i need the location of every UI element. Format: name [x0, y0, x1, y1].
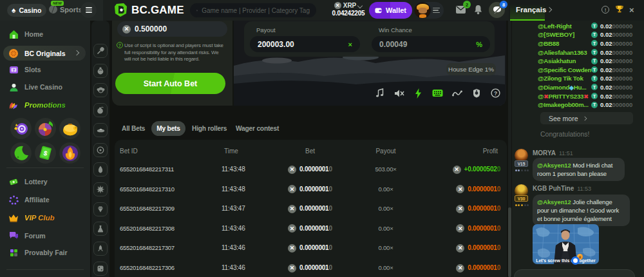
rail-game-ufo-icon[interactable] [93, 123, 108, 137]
time-cell: 11:43:46 [222, 218, 245, 239]
xrp-coin-icon: ✕ [456, 264, 464, 272]
table-row[interactable]: 6552016848221731011:43:48✕0.000000100.00… [115, 179, 507, 200]
chat-message-input[interactable] [514, 269, 635, 277]
menu-button[interactable] [80, 2, 97, 18]
tether-coin-icon: T [591, 102, 598, 108]
profit-cell: ✕+0.00005020 [453, 159, 501, 180]
rain-tip-row[interactable]: @Aliesfahan1363T0.02000000 [512, 48, 644, 57]
sidebar-item-lottery[interactable]: Lottery [0, 175, 90, 189]
message-username[interactable]: KGB PuhTine11:53 [533, 185, 591, 192]
tab-high-rollers[interactable]: High rollers [192, 121, 227, 136]
mention[interactable]: @Aksyen12 [537, 162, 571, 169]
chat-expand-icon[interactable] [547, 7, 552, 12]
sports-toggle[interactable]: NEW Sports [49, 5, 82, 14]
table-row[interactable]: 6552016848221730711:43:46✕0.000000100.00… [115, 238, 507, 258]
vip-level-dots [515, 169, 529, 171]
win-chance-suffix: % [476, 41, 482, 48]
rail-game-bomb-icon[interactable] [93, 103, 108, 117]
sidebar-item-home[interactable]: Home [0, 27, 90, 41]
table-row[interactable]: 6552016848221730811:43:46✕0.000000100.00… [115, 218, 507, 239]
trophy-icon[interactable] [616, 5, 623, 13]
vip-icon [8, 213, 19, 223]
sidebar-divider [6, 167, 84, 168]
bell-icon[interactable] [474, 5, 482, 15]
table-row[interactable]: 6552016848221730611:43:46✕0.000000100.00… [115, 258, 507, 277]
sports-label: Sports [60, 6, 82, 14]
rail-game-spoon-icon[interactable] [93, 44, 108, 58]
table-row[interactable]: 6552016848221731111:43:48✕0.00000010503.… [115, 159, 507, 180]
bc-originals-icon [8, 48, 19, 59]
wallet-button[interactable]: Wallet [369, 2, 412, 19]
reaction-emoji-icon[interactable] [571, 256, 580, 265]
rail-game-gem-icon[interactable] [93, 202, 108, 216]
promo-crescent-moon-icon[interactable] [10, 142, 32, 164]
chat-close-icon[interactable]: × [629, 6, 636, 14]
tab-wager-contest[interactable]: Wager contest [236, 121, 279, 136]
rail-game-monkey-icon[interactable] [93, 83, 108, 97]
start-auto-bet-button[interactable]: Start Auto Bet [115, 73, 225, 94]
promo-spiral-target-icon[interactable] [10, 118, 32, 139]
bet-cell: ✕0.00000010 [288, 258, 332, 277]
promo-fortune-wheel-icon[interactable] [35, 118, 56, 139]
rain-tip-row[interactable]: @Zilong Tik TokT0.02000000 [512, 74, 644, 83]
rail-game-dice-icon[interactable] [93, 262, 108, 276]
mention[interactable]: @Aksyen12 [537, 198, 571, 205]
scrollbar-thumb[interactable] [508, 207, 511, 277]
sidebar-item-label: Provably Fair [24, 249, 68, 256]
lightning-icon[interactable] [413, 88, 424, 99]
keyboard-icon[interactable] [432, 88, 443, 99]
promo-piggy-bank-icon[interactable] [59, 118, 80, 139]
rail-game-grenade-icon[interactable] [93, 64, 108, 78]
message-username[interactable]: MORYA11:51 [533, 149, 573, 157]
chat-language-tab[interactable]: Français [510, 0, 545, 21]
rail-game-mine-icon[interactable] [93, 182, 108, 196]
rain-tip-row[interactable]: @Diamond◆Hu...T0.02000000 [512, 83, 644, 92]
promo-money-tag-icon[interactable]: $ [35, 142, 56, 164]
payout-input[interactable]: 200003.00 × [250, 36, 360, 52]
sidebar-item-slots[interactable]: 7Slots [0, 62, 90, 77]
sidebar-item-promotions[interactable]: Promotions [0, 98, 90, 112]
promo-flame-chick-icon[interactable] [59, 142, 80, 164]
table-row[interactable]: 6552016848221730911:43:47✕0.000000100.00… [115, 198, 507, 219]
rail-game-drop-icon[interactable] [93, 162, 108, 177]
sidebar-item-live-casino[interactable]: Live Casino [0, 80, 90, 94]
rain-tip-row[interactable]: @✖PRITTYS233✖T0.02000000 [512, 91, 644, 100]
rail-game-flask-icon[interactable] [93, 222, 108, 236]
tab-my-bets[interactable]: My bets [151, 121, 185, 136]
sidebar-item-vip[interactable]: VIP Club [0, 211, 90, 225]
tab-all-bets[interactable]: All Bets [122, 121, 145, 136]
sidebar-item-provably-fair[interactable]: Provably Fair [0, 245, 90, 260]
sidebar-item-affiliate[interactable]: Affiliate [0, 193, 90, 207]
rain-tip-row[interactable]: @[SWEBOY]T0.02000000 [512, 30, 644, 39]
see-more-button[interactable]: See more [540, 112, 633, 124]
xrp-coin-icon: ✕ [453, 166, 461, 174]
chat-badge: 8 [500, 1, 507, 8]
rail-game-rocket-icon[interactable] [93, 242, 108, 256]
vault-icon[interactable] [471, 88, 482, 99]
chat-rules-icon[interactable]: ! [601, 6, 609, 14]
chat-gif[interactable]: Let's screw this up together [533, 224, 599, 264]
speaker-muted-icon[interactable] [393, 88, 404, 99]
sidebar-item-forum[interactable]: Forum [0, 229, 90, 243]
win-chance-input[interactable]: 0.00049 % [372, 36, 490, 52]
sidebar-item-bc-originals[interactable]: BC Originals [3, 46, 86, 61]
search-input[interactable]: Game name | Provider | Category Tag [190, 3, 316, 17]
main-scrollbar[interactable] [508, 21, 511, 277]
brand-logo[interactable]: BC.GAME [115, 3, 184, 17]
rain-tip-row[interactable]: @Imakegob00m...T0.02000000 [512, 100, 644, 110]
rain-tip-row[interactable]: @Left-RightT0.02000000 [512, 22, 644, 31]
profile-menu[interactable] [414, 2, 444, 19]
rain-tip-row[interactable]: @BB88T0.02000000 [512, 39, 644, 48]
xrp-coin-icon: ✕ [456, 205, 464, 213]
xrp-coin-icon: ✕ [288, 185, 296, 193]
rain-tip-row[interactable]: @AsiakhatunT0.02000000 [512, 57, 644, 66]
rain-tip-row[interactable]: @Specific CowdenT0.02000000 [512, 66, 644, 75]
bet-amount-input[interactable]: ✕ 0.500000 [117, 21, 227, 37]
casino-toggle[interactable]: ♠ Casino [7, 4, 46, 17]
music-note-icon[interactable] [374, 88, 385, 99]
balance-selector[interactable]: ✕ XRP 0.04242205 [330, 2, 367, 17]
help-icon[interactable]: ? [490, 88, 501, 99]
rail-game-target-icon[interactable] [93, 143, 108, 157]
waveform-icon[interactable] [451, 88, 462, 99]
sidebar-item-label: Live Casino [24, 83, 62, 91]
